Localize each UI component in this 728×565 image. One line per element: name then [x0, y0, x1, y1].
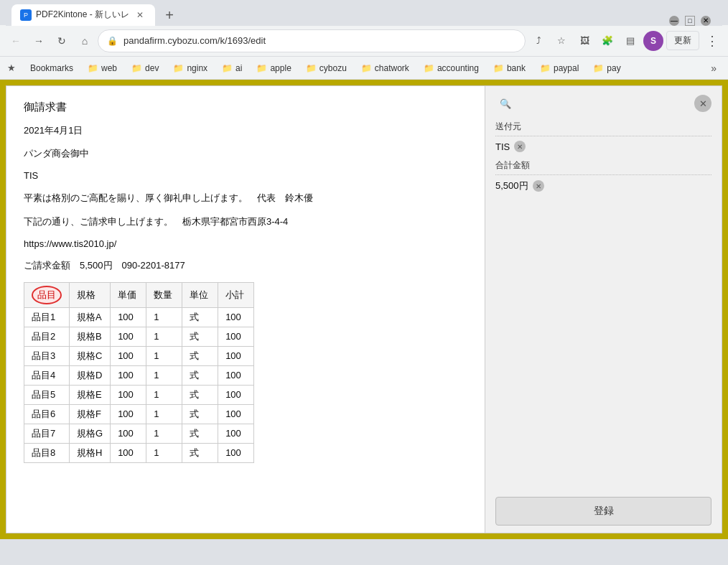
table-row: 品目6規格F1001式100 — [24, 404, 254, 424]
table-row: 品目7規格G1001式100 — [24, 424, 254, 443]
bookmarks-bar: ★ Bookmarks 📁 web 📁 dev 📁 nginx 📁 ai 📁 a… — [0, 57, 728, 80]
bookmark-label: nginx — [187, 63, 207, 73]
table-cell: 規格G — [70, 424, 111, 443]
tab-close-button[interactable]: ✕ — [134, 9, 146, 22]
document-content[interactable]: 御請求書 2021年4月1日 パンダ商会御中 TIS 平素は格別のご高配を賜り、… — [6, 86, 485, 533]
active-tab[interactable]: P PDF2Kintone - 新しいレコード ✕ — [11, 4, 155, 26]
update-button[interactable]: 更新 — [666, 31, 699, 50]
table-header-price: 単価 — [111, 282, 146, 307]
restore-button[interactable]: □ — [685, 16, 695, 26]
table-cell: 100 — [111, 327, 146, 346]
bookmark-item-dev[interactable]: 📁 dev — [126, 62, 164, 75]
main-area: 御請求書 2021年4月1日 パンダ商会御中 TIS 平素は格別のご高配を賜り、… — [0, 80, 728, 539]
search-row: 🔍 ✕ — [495, 93, 711, 113]
tab-bar: P PDF2Kintone - 新しいレコード ✕ + — □ ✕ — [6, 0, 722, 26]
address-bar[interactable]: 🔒 pandafirm.cybozu.com/k/1693/edit — [98, 29, 526, 52]
table-cell: 100 — [218, 365, 254, 385]
right-panel-spacer — [485, 200, 722, 490]
folder-icon: 📁 — [306, 63, 317, 73]
table-cell: 品目3 — [24, 346, 70, 365]
sender-remove-button[interactable]: ✕ — [514, 141, 526, 152]
table-cell: 100 — [111, 346, 146, 365]
new-tab-button[interactable]: + — [159, 6, 179, 26]
bookmark-item-pay[interactable]: 📁 pay — [587, 62, 626, 75]
bookmark-item-chatwork[interactable]: 📁 chatwork — [355, 62, 415, 75]
folder-icon: 📁 — [593, 63, 604, 73]
table-row: 品目4規格D1001式100 — [24, 365, 254, 385]
amount-field-section: 合計金額 5,500円 ✕ — [485, 159, 722, 192]
table-cell: 品目5 — [24, 385, 70, 404]
table-cell: 品目2 — [24, 327, 70, 346]
table-cell: 規格F — [70, 404, 111, 424]
bookmarks-star-icon: ★ — [7, 62, 16, 73]
table-cell: 品目1 — [24, 307, 70, 327]
register-button[interactable]: 登録 — [495, 497, 711, 526]
url-text: pandafirm.cybozu.com/k/1693/edit — [123, 35, 516, 46]
screenshot-icon[interactable]: 🖼 — [574, 31, 594, 51]
bookmark-item-web[interactable]: 📁 web — [82, 62, 123, 75]
bookmark-item-accounting[interactable]: 📁 accounting — [418, 62, 485, 75]
sender-value-text: TIS — [495, 141, 510, 152]
folder-icon: 📁 — [131, 63, 142, 73]
table-cell: 規格D — [70, 365, 111, 385]
minimize-button[interactable]: — — [669, 16, 679, 26]
table-cell: 式 — [182, 307, 218, 327]
bookmark-item-nginx[interactable]: 📁 nginx — [167, 62, 213, 75]
bookmark-label: cybozu — [319, 63, 347, 73]
table-cell: 品目7 — [24, 424, 70, 443]
star-bookmark-icon[interactable]: ☆ — [551, 31, 571, 51]
extensions-icon[interactable]: 🧩 — [597, 31, 617, 51]
bookmark-item-cybozu[interactable]: 📁 cybozu — [300, 62, 353, 75]
sidebar-icon[interactable]: ▤ — [620, 31, 640, 51]
nav-actions: ⤴ ☆ 🖼 🧩 ▤ S 更新 ⋮ — [528, 31, 722, 51]
close-panel-button[interactable]: ✕ — [694, 95, 711, 112]
search-icon-button[interactable]: 🔍 — [495, 93, 515, 113]
doc-recipient: パンダ商会御中 — [24, 147, 467, 160]
reload-button[interactable]: ↻ — [52, 31, 72, 51]
bookmark-item-apple[interactable]: 📁 apple — [251, 62, 297, 75]
table-cell: 品目6 — [24, 404, 70, 424]
table-cell: 品目4 — [24, 365, 70, 385]
amount-divider — [495, 174, 711, 175]
bookmarks-more-button[interactable]: » — [706, 61, 721, 75]
right-panel-header: 🔍 ✕ — [485, 86, 722, 121]
folder-icon: 📁 — [222, 63, 233, 73]
folder-icon: 📁 — [88, 63, 98, 73]
bookmark-label: paypal — [554, 63, 579, 73]
bookmark-label: apple — [270, 63, 291, 73]
invoice-table: 品目 規格 単価 数量 単位 小計 品目1規格A1001式100品目2規格B10… — [24, 282, 254, 463]
doc-sender-name: TIS — [24, 170, 467, 181]
sender-label: 送付元 — [495, 121, 711, 133]
table-row: 品目5規格E1001式100 — [24, 385, 254, 404]
home-button[interactable]: ⌂ — [75, 31, 95, 51]
doc-title: 御請求書 — [24, 101, 467, 114]
table-cell: 規格B — [70, 327, 111, 346]
table-cell: 規格E — [70, 385, 111, 404]
table-cell: 100 — [111, 443, 146, 462]
bookmark-item-ai[interactable]: 📁 ai — [216, 62, 248, 75]
bookmark-item-bank[interactable]: 📁 bank — [487, 62, 531, 75]
bookmark-item-bookmarks[interactable]: Bookmarks — [24, 62, 79, 75]
table-cell: 100 — [111, 365, 146, 385]
table-header-unit: 単位 — [182, 282, 218, 307]
menu-button[interactable]: ⋮ — [702, 31, 722, 51]
table-cell: 1 — [146, 327, 182, 346]
amount-remove-button[interactable]: ✕ — [533, 180, 544, 192]
amount-label: 合計金額 — [495, 159, 711, 172]
table-cell: 1 — [146, 424, 182, 443]
document-panel: 御請求書 2021年4月1日 パンダ商会御中 TIS 平素は格別のご高配を賜り、… — [6, 85, 485, 533]
table-cell: 1 — [146, 404, 182, 424]
share-icon[interactable]: ⤴ — [528, 31, 549, 51]
back-button[interactable]: ← — [6, 31, 26, 51]
table-cell: 100 — [111, 424, 146, 443]
profile-button[interactable]: S — [643, 31, 663, 51]
sender-value-row: TIS ✕ — [495, 141, 711, 152]
close-window-button[interactable]: ✕ — [701, 16, 711, 26]
table-cell: 1 — [146, 307, 182, 327]
forward-button[interactable]: → — [29, 31, 49, 51]
doc-greeting: 平素は格別のご高配を賜り、厚く御礼申し上げます。 代表 鈴木優 — [24, 191, 467, 205]
bookmark-item-paypal[interactable]: 📁 paypal — [534, 62, 584, 75]
right-panel: 🔍 ✕ 送付元 TIS ✕ 合計金額 5,500円 ✕ 登録 — [485, 85, 722, 533]
sender-divider — [495, 136, 711, 136]
table-header-item: 品目 — [24, 282, 70, 307]
